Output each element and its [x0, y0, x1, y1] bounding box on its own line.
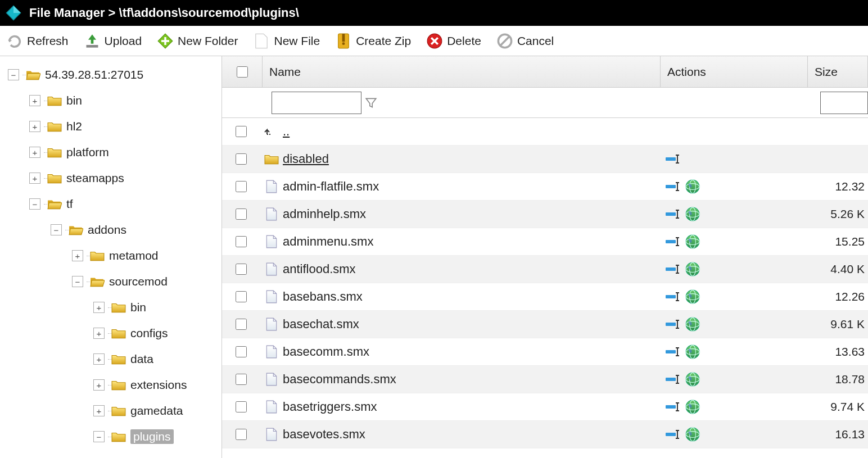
rename-icon[interactable] [665, 429, 681, 440]
column-name[interactable]: Name [263, 56, 661, 87]
file-row[interactable]: basevotes.smx16.13 [222, 421, 868, 448]
rename-icon[interactable] [665, 264, 681, 275]
row-checkbox[interactable] [236, 208, 247, 220]
tree-node-gamedata[interactable]: +gamedata [0, 398, 221, 424]
download-icon[interactable] [685, 400, 700, 414]
file-row[interactable]: disabled [222, 146, 868, 173]
tree-node-addons[interactable]: −addons [0, 217, 221, 243]
tree-label[interactable]: tf [66, 197, 73, 211]
column-size[interactable]: Size [808, 56, 868, 87]
tree-label[interactable]: 54.39.28.51:27015 [45, 68, 143, 81]
tree-label[interactable]: platform [66, 146, 109, 159]
tree-node-root[interactable]: −54.39.28.51:27015 [0, 62, 221, 88]
download-icon[interactable] [685, 207, 700, 221]
refresh-button[interactable]: Refresh [7, 33, 69, 49]
file-row[interactable]: basecomm.smx13.63 [222, 338, 868, 366]
file-row[interactable]: admin-flatfile.smx12.32 [222, 173, 868, 201]
tree-node-extensions[interactable]: +extensions [0, 372, 221, 398]
rename-icon[interactable] [665, 153, 681, 165]
tree-label[interactable]: sourcemod [109, 275, 168, 288]
rename-icon[interactable] [665, 346, 681, 357]
tree-node-plugins[interactable]: −plugins [0, 424, 221, 450]
file-row[interactable]: adminmenu.smx15.25 [222, 228, 868, 256]
rename-icon[interactable] [665, 236, 681, 247]
new-file-button[interactable]: New File [254, 33, 320, 49]
tree-label[interactable]: extensions [130, 378, 187, 392]
tree-label[interactable]: data [130, 352, 153, 366]
rename-icon[interactable] [665, 208, 681, 220]
tree-label[interactable]: bin [130, 301, 146, 314]
file-name[interactable]: basebans.smx [283, 289, 665, 304]
tree-node-platform[interactable]: +platform [0, 139, 221, 165]
download-icon[interactable] [685, 262, 700, 276]
file-row[interactable]: basebans.smx12.26 [222, 283, 868, 311]
rename-icon[interactable] [665, 401, 681, 412]
rename-icon[interactable] [665, 181, 681, 192]
tree-node-sourcemod[interactable]: −sourcemod [0, 269, 221, 294]
file-name[interactable]: antiflood.smx [283, 262, 665, 276]
tree-node-sm_bin[interactable]: +bin [0, 294, 221, 320]
upload-button[interactable]: Upload [84, 33, 142, 49]
download-icon[interactable] [685, 179, 700, 194]
row-checkbox[interactable] [236, 291, 247, 302]
row-checkbox[interactable] [236, 153, 247, 165]
tree-node-metamod[interactable]: +metamod [0, 243, 221, 269]
file-name[interactable]: disabled [283, 152, 665, 166]
tree-toggle-icon[interactable]: + [29, 121, 40, 132]
delete-button[interactable]: Delete [427, 33, 481, 49]
download-icon[interactable] [685, 317, 700, 332]
parent-dir-label[interactable]: .. [283, 124, 665, 139]
tree-label[interactable]: bin [66, 94, 82, 107]
row-checkbox[interactable] [236, 236, 247, 247]
download-icon[interactable] [685, 427, 700, 442]
tree-label[interactable]: steamapps [66, 171, 124, 185]
tree-toggle-icon[interactable]: + [29, 147, 40, 158]
tree-label[interactable]: metamod [109, 249, 159, 262]
file-name[interactable]: adminmenu.smx [283, 234, 665, 249]
row-checkbox[interactable] [236, 264, 247, 275]
tree-label[interactable]: gamedata [130, 404, 183, 418]
tree-toggle-icon[interactable]: − [8, 69, 19, 80]
name-filter-input[interactable] [272, 92, 361, 114]
file-row[interactable]: antiflood.smx4.40 K [222, 256, 868, 283]
tree-toggle-icon[interactable]: + [29, 95, 40, 106]
row-checkbox[interactable] [236, 401, 247, 412]
file-name[interactable]: basetriggers.smx [283, 400, 665, 414]
row-checkbox[interactable] [236, 374, 247, 385]
download-icon[interactable] [685, 289, 700, 304]
download-icon[interactable] [685, 372, 700, 387]
tree-toggle-icon[interactable]: + [93, 302, 105, 313]
tree-label[interactable]: configs [130, 327, 168, 340]
row-checkbox[interactable] [236, 181, 247, 192]
tree-node-steamapps[interactable]: +steamapps [0, 165, 221, 191]
file-row[interactable]: basecommands.smx18.78 [222, 366, 868, 393]
tree-toggle-icon[interactable]: + [72, 250, 83, 261]
row-checkbox[interactable] [236, 346, 247, 357]
parent-dir-row[interactable]: .. [222, 118, 868, 146]
download-icon[interactable] [685, 344, 700, 359]
tree-node-tf[interactable]: −tf [0, 191, 221, 217]
row-checkbox[interactable] [236, 429, 247, 440]
column-actions[interactable]: Actions [661, 56, 808, 87]
cancel-button[interactable]: Cancel [497, 33, 554, 49]
tree-label[interactable]: hl2 [66, 120, 82, 133]
rename-icon[interactable] [665, 291, 681, 302]
tree-label[interactable]: addons [88, 223, 126, 237]
file-name[interactable]: admin-flatfile.smx [283, 179, 665, 194]
file-name[interactable]: basechat.smx [283, 317, 665, 332]
row-checkbox[interactable] [236, 126, 247, 137]
tree-toggle-icon[interactable]: − [51, 224, 62, 235]
tree-toggle-icon[interactable]: + [93, 353, 105, 365]
filter-icon[interactable] [365, 97, 377, 109]
rename-icon[interactable] [665, 319, 681, 330]
tree-node-data[interactable]: +data [0, 346, 221, 372]
download-icon[interactable] [685, 234, 700, 249]
file-name[interactable]: basecomm.smx [283, 344, 665, 359]
tree-node-configs[interactable]: +configs [0, 320, 221, 346]
create-zip-button[interactable]: Create Zip [336, 33, 411, 49]
file-name[interactable]: basevotes.smx [283, 427, 665, 442]
file-name[interactable]: adminhelp.smx [283, 207, 665, 221]
row-checkbox[interactable] [236, 319, 247, 330]
tree-label[interactable]: plugins [130, 429, 174, 444]
new-folder-button[interactable]: New Folder [157, 33, 238, 49]
